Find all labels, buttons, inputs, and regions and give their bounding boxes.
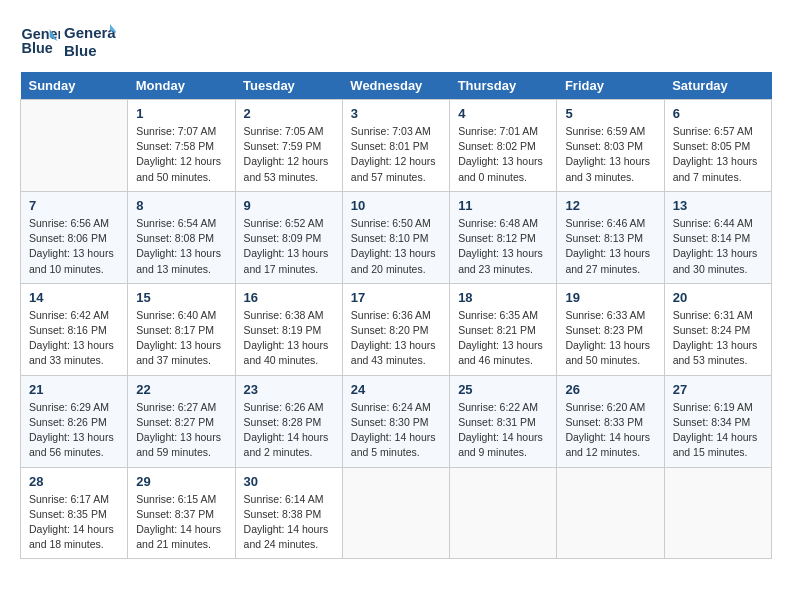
day-number: 29 xyxy=(136,474,226,489)
calendar-cell: 2Sunrise: 7:05 AMSunset: 7:59 PMDaylight… xyxy=(235,100,342,192)
day-number: 12 xyxy=(565,198,655,213)
day-number: 26 xyxy=(565,382,655,397)
calendar-cell: 21Sunrise: 6:29 AMSunset: 8:26 PMDayligh… xyxy=(21,375,128,467)
day-info: Sunrise: 6:15 AMSunset: 8:37 PMDaylight:… xyxy=(136,492,226,553)
day-info: Sunrise: 6:36 AMSunset: 8:20 PMDaylight:… xyxy=(351,308,441,369)
day-number: 27 xyxy=(673,382,763,397)
day-number: 28 xyxy=(29,474,119,489)
calendar-week-row: 21Sunrise: 6:29 AMSunset: 8:26 PMDayligh… xyxy=(21,375,772,467)
day-info: Sunrise: 7:01 AMSunset: 8:02 PMDaylight:… xyxy=(458,124,548,185)
calendar-cell: 20Sunrise: 6:31 AMSunset: 8:24 PMDayligh… xyxy=(664,283,771,375)
day-number: 18 xyxy=(458,290,548,305)
day-info: Sunrise: 6:17 AMSunset: 8:35 PMDaylight:… xyxy=(29,492,119,553)
weekday-header-wednesday: Wednesday xyxy=(342,72,449,100)
calendar-week-row: 14Sunrise: 6:42 AMSunset: 8:16 PMDayligh… xyxy=(21,283,772,375)
calendar-cell xyxy=(557,467,664,559)
day-info: Sunrise: 6:54 AMSunset: 8:08 PMDaylight:… xyxy=(136,216,226,277)
calendar-cell: 3Sunrise: 7:03 AMSunset: 8:01 PMDaylight… xyxy=(342,100,449,192)
calendar-cell xyxy=(21,100,128,192)
weekday-header-saturday: Saturday xyxy=(664,72,771,100)
day-info: Sunrise: 6:46 AMSunset: 8:13 PMDaylight:… xyxy=(565,216,655,277)
day-number: 5 xyxy=(565,106,655,121)
day-number: 4 xyxy=(458,106,548,121)
weekday-header-tuesday: Tuesday xyxy=(235,72,342,100)
calendar-cell xyxy=(664,467,771,559)
day-info: Sunrise: 6:42 AMSunset: 8:16 PMDaylight:… xyxy=(29,308,119,369)
calendar-table: SundayMondayTuesdayWednesdayThursdayFrid… xyxy=(20,72,772,559)
calendar-cell: 19Sunrise: 6:33 AMSunset: 8:23 PMDayligh… xyxy=(557,283,664,375)
day-info: Sunrise: 6:24 AMSunset: 8:30 PMDaylight:… xyxy=(351,400,441,461)
day-number: 22 xyxy=(136,382,226,397)
calendar-cell: 16Sunrise: 6:38 AMSunset: 8:19 PMDayligh… xyxy=(235,283,342,375)
calendar-cell: 29Sunrise: 6:15 AMSunset: 8:37 PMDayligh… xyxy=(128,467,235,559)
calendar-cell: 4Sunrise: 7:01 AMSunset: 8:02 PMDaylight… xyxy=(450,100,557,192)
day-number: 24 xyxy=(351,382,441,397)
calendar-cell: 24Sunrise: 6:24 AMSunset: 8:30 PMDayligh… xyxy=(342,375,449,467)
calendar-cell: 13Sunrise: 6:44 AMSunset: 8:14 PMDayligh… xyxy=(664,191,771,283)
day-number: 16 xyxy=(244,290,334,305)
day-info: Sunrise: 6:31 AMSunset: 8:24 PMDaylight:… xyxy=(673,308,763,369)
calendar-cell: 14Sunrise: 6:42 AMSunset: 8:16 PMDayligh… xyxy=(21,283,128,375)
calendar-cell: 6Sunrise: 6:57 AMSunset: 8:05 PMDaylight… xyxy=(664,100,771,192)
calendar-cell: 23Sunrise: 6:26 AMSunset: 8:28 PMDayligh… xyxy=(235,375,342,467)
day-number: 8 xyxy=(136,198,226,213)
day-info: Sunrise: 6:14 AMSunset: 8:38 PMDaylight:… xyxy=(244,492,334,553)
day-number: 15 xyxy=(136,290,226,305)
calendar-cell: 18Sunrise: 6:35 AMSunset: 8:21 PMDayligh… xyxy=(450,283,557,375)
calendar-cell: 22Sunrise: 6:27 AMSunset: 8:27 PMDayligh… xyxy=(128,375,235,467)
calendar-week-row: 7Sunrise: 6:56 AMSunset: 8:06 PMDaylight… xyxy=(21,191,772,283)
calendar-cell: 5Sunrise: 6:59 AMSunset: 8:03 PMDaylight… xyxy=(557,100,664,192)
day-info: Sunrise: 6:59 AMSunset: 8:03 PMDaylight:… xyxy=(565,124,655,185)
day-info: Sunrise: 6:19 AMSunset: 8:34 PMDaylight:… xyxy=(673,400,763,461)
weekday-header-sunday: Sunday xyxy=(21,72,128,100)
calendar-cell: 8Sunrise: 6:54 AMSunset: 8:08 PMDaylight… xyxy=(128,191,235,283)
general-blue-logo-svg: General Blue xyxy=(64,20,116,62)
calendar-cell: 7Sunrise: 6:56 AMSunset: 8:06 PMDaylight… xyxy=(21,191,128,283)
day-number: 1 xyxy=(136,106,226,121)
day-number: 19 xyxy=(565,290,655,305)
day-info: Sunrise: 6:40 AMSunset: 8:17 PMDaylight:… xyxy=(136,308,226,369)
day-number: 23 xyxy=(244,382,334,397)
calendar-cell: 10Sunrise: 6:50 AMSunset: 8:10 PMDayligh… xyxy=(342,191,449,283)
day-number: 30 xyxy=(244,474,334,489)
calendar-cell: 1Sunrise: 7:07 AMSunset: 7:58 PMDaylight… xyxy=(128,100,235,192)
svg-text:Blue: Blue xyxy=(22,40,53,56)
day-info: Sunrise: 6:20 AMSunset: 8:33 PMDaylight:… xyxy=(565,400,655,461)
day-info: Sunrise: 7:05 AMSunset: 7:59 PMDaylight:… xyxy=(244,124,334,185)
svg-text:Blue: Blue xyxy=(64,42,97,59)
day-number: 17 xyxy=(351,290,441,305)
calendar-cell: 15Sunrise: 6:40 AMSunset: 8:17 PMDayligh… xyxy=(128,283,235,375)
svg-text:General: General xyxy=(64,24,116,41)
day-info: Sunrise: 6:48 AMSunset: 8:12 PMDaylight:… xyxy=(458,216,548,277)
day-info: Sunrise: 6:22 AMSunset: 8:31 PMDaylight:… xyxy=(458,400,548,461)
calendar-header-row: SundayMondayTuesdayWednesdayThursdayFrid… xyxy=(21,72,772,100)
calendar-cell: 26Sunrise: 6:20 AMSunset: 8:33 PMDayligh… xyxy=(557,375,664,467)
calendar-cell: 25Sunrise: 6:22 AMSunset: 8:31 PMDayligh… xyxy=(450,375,557,467)
day-number: 25 xyxy=(458,382,548,397)
day-number: 11 xyxy=(458,198,548,213)
day-info: Sunrise: 6:33 AMSunset: 8:23 PMDaylight:… xyxy=(565,308,655,369)
logo-icon: General Blue xyxy=(20,21,60,61)
calendar-cell: 11Sunrise: 6:48 AMSunset: 8:12 PMDayligh… xyxy=(450,191,557,283)
calendar-cell: 28Sunrise: 6:17 AMSunset: 8:35 PMDayligh… xyxy=(21,467,128,559)
day-number: 2 xyxy=(244,106,334,121)
day-info: Sunrise: 6:52 AMSunset: 8:09 PMDaylight:… xyxy=(244,216,334,277)
day-info: Sunrise: 6:56 AMSunset: 8:06 PMDaylight:… xyxy=(29,216,119,277)
calendar-week-row: 1Sunrise: 7:07 AMSunset: 7:58 PMDaylight… xyxy=(21,100,772,192)
day-info: Sunrise: 7:03 AMSunset: 8:01 PMDaylight:… xyxy=(351,124,441,185)
logo: General Blue General Blue xyxy=(20,20,116,62)
calendar-cell xyxy=(450,467,557,559)
day-number: 9 xyxy=(244,198,334,213)
calendar-cell xyxy=(342,467,449,559)
day-number: 21 xyxy=(29,382,119,397)
calendar-body: 1Sunrise: 7:07 AMSunset: 7:58 PMDaylight… xyxy=(21,100,772,559)
day-number: 14 xyxy=(29,290,119,305)
calendar-cell: 30Sunrise: 6:14 AMSunset: 8:38 PMDayligh… xyxy=(235,467,342,559)
calendar-cell: 27Sunrise: 6:19 AMSunset: 8:34 PMDayligh… xyxy=(664,375,771,467)
calendar-cell: 17Sunrise: 6:36 AMSunset: 8:20 PMDayligh… xyxy=(342,283,449,375)
weekday-header-thursday: Thursday xyxy=(450,72,557,100)
day-info: Sunrise: 6:27 AMSunset: 8:27 PMDaylight:… xyxy=(136,400,226,461)
weekday-header-monday: Monday xyxy=(128,72,235,100)
day-number: 6 xyxy=(673,106,763,121)
calendar-cell: 12Sunrise: 6:46 AMSunset: 8:13 PMDayligh… xyxy=(557,191,664,283)
